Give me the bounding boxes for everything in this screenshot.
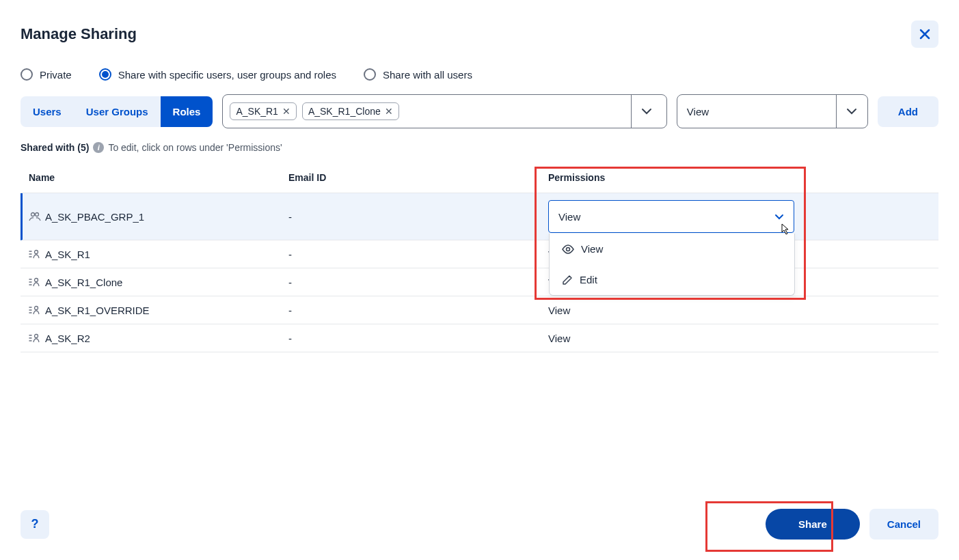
shared-with-hint: To edit, click on rows under 'Permission… bbox=[108, 142, 282, 153]
multiselect-caret[interactable] bbox=[631, 95, 662, 128]
sharing-table: Name Email ID Permissions A_SK_PBAC_GRP_… bbox=[21, 163, 938, 352]
row-permission-cell: View View Edit bbox=[548, 200, 930, 233]
dropdown-item-label: View bbox=[581, 243, 603, 255]
group-icon bbox=[29, 211, 41, 222]
table-row[interactable]: A_SK_R2 - View bbox=[21, 324, 938, 352]
dialog-footer: ? Share Cancel bbox=[21, 509, 938, 540]
cursor-icon bbox=[778, 223, 790, 238]
chip-remove-icon[interactable]: ✕ bbox=[385, 106, 393, 117]
role-icon bbox=[29, 333, 41, 344]
select-caret bbox=[836, 95, 867, 128]
svg-point-4 bbox=[35, 279, 38, 282]
tab-user-groups[interactable]: User Groups bbox=[74, 96, 161, 127]
table-row[interactable]: A_SK_R1_Clone - View bbox=[21, 268, 938, 296]
radio-private-label: Private bbox=[40, 69, 72, 81]
row-email: - bbox=[288, 277, 548, 288]
radio-all[interactable]: Share with all users bbox=[364, 68, 472, 81]
dropdown-item-label: Edit bbox=[580, 274, 597, 285]
permission-dropdown: View Edit bbox=[549, 234, 795, 296]
permission-value: View bbox=[558, 211, 580, 223]
svg-point-2 bbox=[567, 247, 570, 251]
help-button[interactable]: ? bbox=[21, 510, 49, 539]
chip: A_SK_R1 ✕ bbox=[230, 102, 296, 120]
chevron-down-icon bbox=[846, 108, 857, 115]
radio-icon bbox=[364, 68, 376, 81]
table-row[interactable]: A_SK_R1 - View bbox=[21, 240, 938, 268]
eye-icon bbox=[562, 244, 574, 254]
role-icon bbox=[29, 277, 41, 288]
roles-multiselect[interactable]: A_SK_R1 ✕ A_SK_R1_Clone ✕ bbox=[222, 94, 666, 128]
name-cell: A_SK_R2 bbox=[29, 333, 288, 344]
tab-roles[interactable]: Roles bbox=[161, 96, 213, 127]
info-icon: i bbox=[93, 142, 104, 153]
dialog-header: Manage Sharing bbox=[21, 20, 938, 48]
permission-select-value: View bbox=[687, 106, 709, 117]
name-cell: A_SK_R1 bbox=[29, 249, 288, 260]
footer-actions: Share Cancel bbox=[766, 509, 938, 540]
chip-label: A_SK_R1 bbox=[236, 106, 278, 117]
name-cell: A_SK_R1_OVERRIDE bbox=[29, 305, 288, 316]
share-button[interactable]: Share bbox=[766, 509, 860, 540]
chevron-down-icon bbox=[774, 214, 784, 220]
row-name: A_SK_R2 bbox=[45, 333, 90, 344]
pencil-icon bbox=[562, 275, 573, 285]
chip-remove-icon[interactable]: ✕ bbox=[282, 106, 291, 117]
controls-row: Users User Groups Roles A_SK_R1 ✕ A_SK_R… bbox=[21, 94, 938, 128]
svg-point-6 bbox=[35, 335, 38, 338]
shared-with-row: Shared with (5) i To edit, click on rows… bbox=[21, 142, 938, 153]
svg-point-3 bbox=[35, 251, 38, 254]
table-row[interactable]: A_SK_PBAC_GRP_1 - View View Edit bbox=[21, 193, 938, 240]
cancel-button[interactable]: Cancel bbox=[869, 509, 938, 540]
row-permission[interactable]: View bbox=[548, 333, 930, 344]
add-button[interactable]: Add bbox=[878, 96, 938, 127]
radio-private[interactable]: Private bbox=[21, 68, 72, 81]
dropdown-item-edit[interactable]: Edit bbox=[550, 264, 794, 295]
th-email: Email ID bbox=[288, 172, 548, 183]
chip: A_SK_R1_Clone ✕ bbox=[302, 102, 399, 120]
radio-all-label: Share with all users bbox=[383, 69, 472, 81]
th-name: Name bbox=[29, 172, 288, 183]
row-email: - bbox=[288, 333, 548, 344]
row-name: A_SK_R1 bbox=[45, 249, 90, 260]
table-header: Name Email ID Permissions bbox=[21, 163, 938, 193]
close-button[interactable] bbox=[911, 20, 938, 48]
row-email: - bbox=[288, 211, 548, 223]
row-email: - bbox=[288, 305, 548, 316]
entity-tabs: Users User Groups Roles bbox=[21, 96, 213, 127]
role-icon bbox=[29, 305, 41, 316]
permission-inline-select[interactable]: View View Edit bbox=[548, 200, 794, 233]
radio-icon bbox=[21, 68, 33, 81]
row-name: A_SK_R1_OVERRIDE bbox=[45, 305, 150, 316]
tab-users[interactable]: Users bbox=[21, 96, 74, 127]
th-permissions: Permissions bbox=[548, 172, 930, 183]
permission-select[interactable]: View bbox=[677, 94, 868, 128]
table-row[interactable]: A_SK_R1_OVERRIDE - View bbox=[21, 296, 938, 324]
svg-point-1 bbox=[36, 213, 39, 216]
row-name: A_SK_R1_Clone bbox=[45, 277, 122, 288]
close-icon bbox=[919, 28, 931, 40]
row-permission[interactable]: View bbox=[548, 305, 930, 316]
chevron-down-icon bbox=[641, 108, 652, 115]
chip-label: A_SK_R1_Clone bbox=[308, 106, 381, 117]
name-cell: A_SK_PBAC_GRP_1 bbox=[29, 211, 288, 223]
role-icon bbox=[29, 249, 41, 260]
dialog-title: Manage Sharing bbox=[21, 25, 137, 43]
radio-specific-label: Share with specific users, user groups a… bbox=[118, 69, 336, 81]
radio-icon bbox=[99, 68, 111, 81]
dropdown-item-view[interactable]: View bbox=[550, 234, 794, 264]
row-email: - bbox=[288, 249, 548, 260]
svg-point-0 bbox=[31, 213, 35, 216]
shared-with-label: Shared with (5) bbox=[21, 142, 89, 153]
row-name: A_SK_PBAC_GRP_1 bbox=[45, 211, 144, 223]
svg-point-5 bbox=[35, 307, 38, 310]
share-scope-radios: Private Share with specific users, user … bbox=[21, 68, 938, 81]
name-cell: A_SK_R1_Clone bbox=[29, 277, 288, 288]
radio-specific[interactable]: Share with specific users, user groups a… bbox=[99, 68, 336, 81]
